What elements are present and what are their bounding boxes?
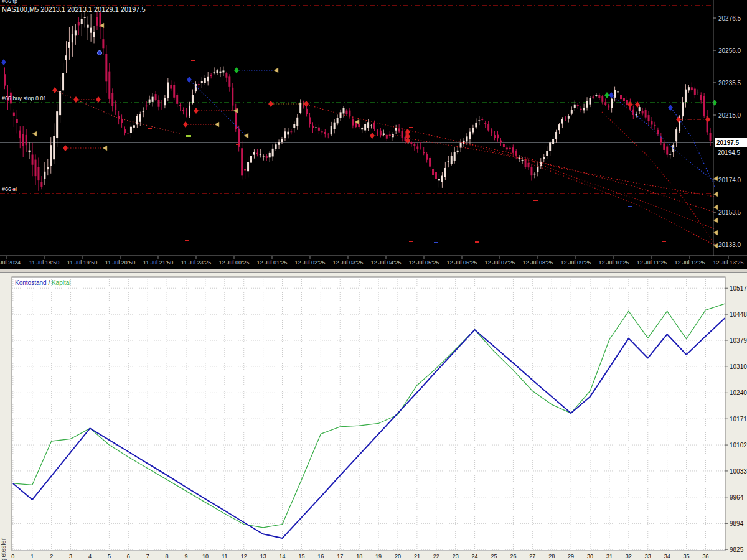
candlestick-chart[interactable]: 20276.520256.020235.520215.020174.020153… [0,0,747,269]
svg-text:20235.5: 20235.5 [718,80,741,86]
svg-text:10102: 10102 [730,442,747,449]
svg-text:12 Jul 07:25: 12 Jul 07:25 [484,259,515,266]
svg-text:7: 7 [146,553,149,559]
svg-text:12 Jul 03:25: 12 Jul 03:25 [332,259,363,266]
svg-text:30: 30 [587,553,593,559]
svg-text:28: 28 [548,553,555,559]
trading-terminal: 20276.520256.020235.520215.020174.020153… [0,0,747,560]
svg-text:11 Jul 19:50: 11 Jul 19:50 [67,259,97,266]
svg-text:20215.0: 20215.0 [718,112,741,119]
svg-text:20276.5: 20276.5 [718,15,741,22]
svg-text:23: 23 [453,553,459,559]
chart-legend: Kontostand / Kapital [15,279,71,286]
sl-level-label: #66 sl [2,186,17,192]
svg-text:20256.0: 20256.0 [718,47,741,54]
tp-level-label: #66 tp [2,0,17,4]
svg-text:32: 32 [626,553,632,559]
svg-text:11 Jul 21:50: 11 Jul 21:50 [143,259,173,266]
svg-text:12 Jul 01:25: 12 Jul 01:25 [256,259,287,266]
svg-text:13: 13 [260,553,266,559]
equity-layer: 1051710448103791031010240101711010210033… [0,273,747,560]
svg-text:24: 24 [472,553,478,559]
svg-text:19: 19 [375,553,382,559]
svg-text:36: 36 [702,553,708,559]
svg-text:11: 11 [222,553,227,559]
svg-text:10033: 10033 [730,468,747,475]
svg-text:17: 17 [337,553,343,559]
hidden-tick-value: 20194.5 [718,149,741,156]
svg-text:10379: 10379 [730,337,747,344]
svg-text:11 Jul 18:50: 11 Jul 18:50 [29,259,59,266]
svg-text:27: 27 [529,553,535,559]
svg-text:33: 33 [645,553,651,559]
svg-text:12 Jul 02:25: 12 Jul 02:25 [294,259,325,266]
svg-text:18: 18 [356,553,362,559]
svg-text:10: 10 [202,553,209,559]
svg-text:8: 8 [166,553,169,559]
legend-equity: Kapital [52,279,71,286]
svg-text:22: 22 [433,553,439,559]
svg-text:11 Jul 20:50: 11 Jul 20:50 [105,259,135,266]
svg-text:31: 31 [606,553,613,559]
legend-balance: Kontostand [15,279,47,286]
svg-text:9: 9 [185,553,188,559]
svg-text:26: 26 [510,553,516,559]
svg-text:0: 0 [11,553,14,559]
svg-text:5: 5 [108,553,111,559]
svg-text:29: 29 [568,553,574,559]
svg-text:20133.0: 20133.0 [718,241,741,248]
current-price-value: 20197.5 [716,139,740,146]
svg-text:10310: 10310 [730,363,747,370]
svg-text:10517: 10517 [730,285,747,292]
svg-text:12 Jul 05:25: 12 Jul 05:25 [408,259,439,266]
buystop-level-label: #66 buy stop 0.01 [2,95,47,101]
svg-text:12 Jul 06:25: 12 Jul 06:25 [446,259,477,266]
svg-text:20174.0: 20174.0 [718,177,741,184]
current-price-box: 20197.5 [715,138,747,147]
svg-text:12 Jul 13:25: 12 Jul 13:25 [713,259,743,266]
chart-title: NAS100,M5 20213.1 20213.1 20129.1 20197.… [2,6,146,13]
svg-text:9825: 9825 [730,546,744,553]
price-chart-panel: 20276.520256.020235.520215.020174.020153… [0,0,747,269]
svg-text:11 Jul 2024: 11 Jul 2024 [0,259,21,266]
svg-text:20153.5: 20153.5 [718,209,741,216]
svg-text:1: 1 [31,553,34,559]
svg-text:11 Jul 23:25: 11 Jul 23:25 [181,259,211,266]
svg-text:21: 21 [414,553,420,559]
svg-text:3: 3 [69,553,72,559]
svg-text:9964: 9964 [730,494,744,501]
svg-text:10448: 10448 [730,311,747,318]
svg-text:12 Jul 10:25: 12 Jul 10:25 [598,259,629,266]
svg-text:35: 35 [684,553,690,559]
svg-text:12 Jul 11:25: 12 Jul 11:25 [637,259,667,266]
svg-text:16: 16 [317,553,324,559]
svg-text:10171: 10171 [730,416,747,422]
svg-text:34: 34 [664,553,670,559]
equity-chart[interactable]: 1051710448103791031010240101711010210033… [0,273,747,560]
svg-text:2: 2 [50,553,53,559]
tester-panel: × 10517104481037910310102401017110102100… [0,273,747,560]
svg-text:12 Jul 12:25: 12 Jul 12:25 [674,259,705,266]
tab-eagletester[interactable]: Eagletester [0,538,7,560]
svg-text:9894: 9894 [730,520,744,527]
svg-text:12: 12 [241,553,247,559]
svg-text:12 Jul 00:25: 12 Jul 00:25 [218,259,249,266]
svg-text:12 Jul 08:25: 12 Jul 08:25 [522,259,553,266]
svg-text:20: 20 [395,553,401,559]
svg-text:6: 6 [127,553,130,559]
svg-text:25: 25 [491,553,497,559]
svg-text:12 Jul 04:25: 12 Jul 04:25 [370,259,401,266]
svg-text:12 Jul 09:25: 12 Jul 09:25 [560,259,591,266]
candles-layer: 20276.520256.020235.520215.020174.020153… [0,0,747,269]
legend-separator: / [47,279,52,286]
svg-text:15: 15 [298,553,304,559]
svg-text:4: 4 [88,553,92,559]
svg-text:10240: 10240 [730,390,747,396]
svg-text:14: 14 [280,553,286,559]
